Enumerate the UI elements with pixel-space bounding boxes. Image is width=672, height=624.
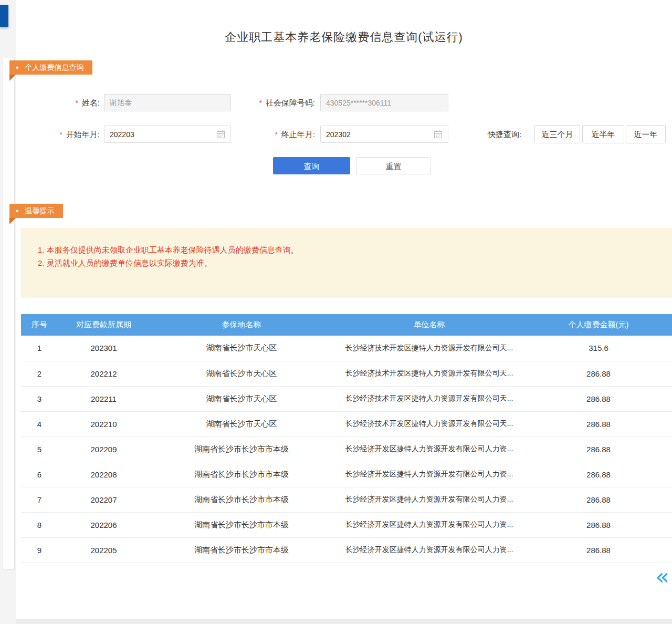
notice-box: 1. 本服务仅提供尚未领取企业职工基本养老保险待遇人员的缴费信息查询。 2. 灵… [21,228,672,298]
header-period: 对应费款所属期 [58,314,150,336]
table-row: 3 202211 湖南省长沙市天心区 长沙经济技术开发区捷特人力资源开发有限公司… [21,386,672,411]
corner-tab [0,5,8,27]
payment-table: 序号 对应费款所属期 参保地名称 单位名称 个人缴费金额(元) 1 202301… [21,314,672,563]
cell-place: 湖南省长沙市天心区 [150,386,333,411]
table-row: 7 202207 湖南省长沙市长沙市市本级 长沙经济开发区捷特人力资源开发有限公… [21,487,672,512]
cell-company: 长沙经济技术开发区捷特人力资源开发有限公司天... [333,386,525,411]
bullet-icon: • [16,207,19,215]
cell-amount: 286.88 [525,361,672,386]
collapse-left-icon[interactable]: « [655,565,669,588]
cell-period: 202205 [58,537,150,563]
required-asterisk: * [275,130,277,139]
calendar-icon[interactable] [434,130,443,139]
table-row: 4 202210 湖南省长沙市天心区 长沙经济技术开发区捷特人力资源开发有限公司… [21,411,672,436]
cell-period: 202212 [58,361,150,386]
header-place: 参保地名称 [150,314,333,336]
cell-company: 长沙经济技术开发区捷特人力资源开发有限公司天... [333,411,525,436]
cell-seq: 5 [21,436,58,462]
reset-button[interactable]: 重置 [356,157,431,174]
quick-query-label: 快捷查询: [488,130,521,140]
required-asterisk: * [59,130,62,139]
quick-btn-3months[interactable]: 近三个月 [534,125,580,143]
ribbon-fold [9,218,16,224]
notice-line: 2. 灵活就业人员的缴费单位信息以实际缴费为准。 [38,258,212,268]
cell-place: 湖南省长沙市天心区 [150,336,333,361]
cell-period: 202208 [58,462,150,487]
ssn-field[interactable]: 430525******306111 [320,94,448,111]
cell-period: 202210 [58,411,150,436]
cell-amount: 286.88 [525,537,672,563]
cell-company: 长沙经济开发区捷特人力资源开发有限公司人力资... [333,512,525,537]
table-row: 2 202212 湖南省长沙市天心区 长沙经济技术开发区捷特人力资源开发有限公司… [21,361,672,386]
cell-amount: 315.6 [525,336,672,361]
cell-amount: 286.88 [525,436,672,462]
cell-seq: 1 [21,336,58,361]
header-company: 单位名称 [333,314,525,336]
cell-period: 202211 [58,386,150,411]
cell-amount: 286.88 [525,487,672,512]
cell-place: 湖南省长沙市长沙市市本级 [150,487,333,512]
table-row: 5 202209 湖南省长沙市长沙市市本级 长沙经济开发区捷特人力资源开发有限公… [21,436,672,462]
cell-period: 202207 [58,487,150,512]
cell-amount: 286.88 [525,386,672,411]
name-field[interactable]: 谢旭泰 [104,94,231,111]
cell-period: 202209 [58,436,150,462]
header-seq: 序号 [21,314,58,336]
end-month-field[interactable]: 202302 [320,126,448,143]
table-row: 6 202208 湖南省长沙市长沙市市本级 长沙经济开发区捷特人力资源开发有限公… [21,462,672,487]
cell-place: 湖南省长沙市长沙市市本级 [150,537,333,563]
cell-period: 202301 [58,336,150,361]
table-row: 9 202205 湖南省长沙市长沙市市本级 长沙经济开发区捷特人力资源开发有限公… [21,537,672,563]
cell-seq: 2 [21,361,58,386]
cell-amount: 286.88 [525,512,672,537]
bullet-icon: • [16,64,19,72]
cell-amount: 286.88 [525,462,672,487]
table-header-row: 序号 对应费款所属期 参保地名称 单位名称 个人缴费金额(元) [21,314,672,336]
ssn-value: 430525******306111 [326,99,443,107]
start-month-value: 202203 [110,130,213,139]
start-month-label: *开始年月: [47,130,100,140]
notice-line: 1. 本服务仅提供尚未领取企业职工基本养老保险待遇人员的缴费信息查询。 [38,245,299,255]
cell-period: 202206 [58,512,150,537]
search-button[interactable]: 查询 [273,157,350,174]
table-body: 1 202301 湖南省长沙市天心区 长沙经济技术开发区捷特人力资源开发有限公司… [21,336,672,563]
cell-place: 湖南省长沙市长沙市市本级 [150,462,333,487]
quick-btn-halfyear[interactable]: 近半年 [582,125,624,143]
quick-btn-oneyear[interactable]: 近一年 [626,125,666,143]
cell-place: 湖南省长沙市天心区 [150,411,333,436]
cell-company: 长沙经济技术开发区捷特人力资源开发有限公司天... [333,336,525,361]
required-asterisk: * [259,99,261,107]
page-title: 企业职工基本养老保险缴费信息查询(试运行) [16,29,672,45]
cell-company: 长沙经济开发区捷特人力资源开发有限公司人力资... [333,436,525,462]
cell-company: 长沙经济开发区捷特人力资源开发有限公司人力资... [333,537,525,563]
start-month-field[interactable]: 202203 [104,126,231,143]
name-value: 谢旭泰 [110,98,225,108]
cell-place: 湖南省长沙市天心区 [150,361,333,386]
cell-seq: 4 [21,411,58,436]
cell-company: 长沙经济技术开发区捷特人力资源开发有限公司天... [333,361,525,386]
end-month-value: 202302 [326,130,430,139]
name-label: *姓名: [47,98,100,108]
table-row: 8 202206 湖南省长沙市长沙市市本级 长沙经济开发区捷特人力资源开发有限公… [21,512,672,537]
ribbon-fold [9,75,16,81]
cell-place: 湖南省长沙市长沙市市本级 [150,512,333,537]
cell-place: 湖南省长沙市长沙市市本级 [150,436,333,462]
calendar-icon[interactable] [216,130,225,139]
cell-seq: 3 [21,386,58,411]
header-amount: 个人缴费金额(元) [525,314,672,336]
section-header-label: 个人缴费信息查询 [25,63,84,72]
cell-company: 长沙经济开发区捷特人力资源开发有限公司人力资... [333,487,525,512]
section-header-personal-query: • 个人缴费信息查询 [9,60,92,75]
collapsed-sidebar [3,58,15,570]
cell-seq: 8 [21,512,58,537]
ssn-label: *社会保障号码: [239,98,315,108]
required-asterisk: * [75,99,78,107]
section-header-label: 温馨提示 [25,206,55,216]
cell-seq: 7 [21,487,58,512]
cell-amount: 286.88 [525,411,672,436]
cell-seq: 9 [21,537,58,563]
cell-seq: 6 [21,462,58,487]
table-row: 1 202301 湖南省长沙市天心区 长沙经济技术开发区捷特人力资源开发有限公司… [21,336,672,361]
section-header-notice: • 温馨提示 [9,204,63,218]
cell-company: 长沙经济开发区捷特人力资源开发有限公司人力资... [333,462,525,487]
